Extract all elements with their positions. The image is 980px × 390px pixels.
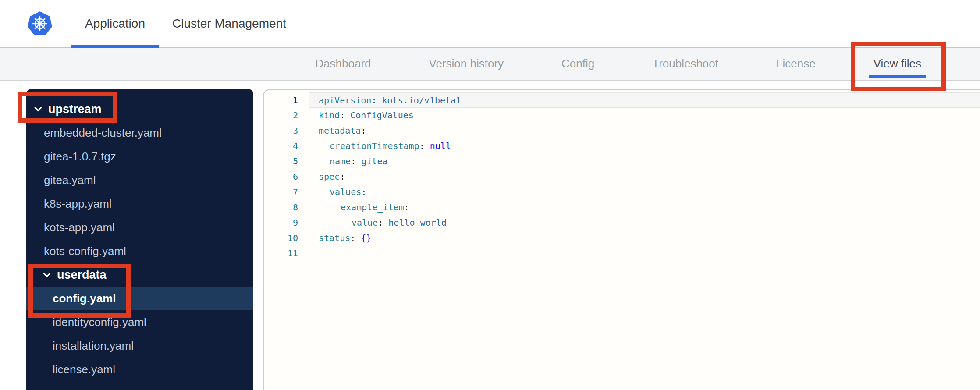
line-number: 10 xyxy=(264,230,309,246)
top-navbar: ApplicationCluster Management xyxy=(0,0,980,48)
tree-item-embedded-cluster-yaml[interactable]: embedded-cluster.yaml xyxy=(26,121,253,145)
tree-item-k8s-app-yaml[interactable]: k8s-app.yaml xyxy=(26,192,253,216)
line-content: status: {} xyxy=(309,230,980,246)
token-punct: : xyxy=(378,217,388,228)
file-tree-sidebar: upstreamembedded-cluster.yamlgitea-1.0.7… xyxy=(26,89,253,390)
code-line[interactable]: 11 xyxy=(264,246,980,261)
yaml-editor-panel[interactable]: 1apiVersion: kots.io/v1beta12kind: Confi… xyxy=(263,89,980,390)
tree-item-kots-app-yaml[interactable]: kots-app.yaml xyxy=(26,216,253,239)
token-val: ConfigValues xyxy=(350,110,414,121)
token-key: status xyxy=(319,233,350,243)
tree-item-installation-yaml[interactable]: installation.yaml xyxy=(26,334,253,358)
file-label: kots-config.yaml xyxy=(44,245,126,258)
token-key: example_item xyxy=(341,202,404,213)
chevron-down-icon xyxy=(42,270,52,280)
line-number: 3 xyxy=(264,123,309,138)
token-punct: : xyxy=(419,141,430,151)
top-tab-cluster-management[interactable]: Cluster Management xyxy=(159,0,300,47)
code-line[interactable]: 1apiVersion: kots.io/v1beta1 xyxy=(264,92,980,108)
kubernetes-logo-icon xyxy=(27,11,53,36)
line-content: example_item: xyxy=(309,200,980,215)
token-key: value xyxy=(352,217,378,228)
tree-item-gitea-yaml[interactable]: gitea.yaml xyxy=(26,168,253,192)
tree-item-kots-config-yaml[interactable]: kots-config.yaml xyxy=(26,239,253,263)
token-punct: : xyxy=(371,95,382,106)
token-kw: null xyxy=(430,141,451,151)
code-line[interactable]: 4creationTimestamp: null xyxy=(264,138,980,154)
token-punct: : xyxy=(404,202,409,213)
indent-guide xyxy=(330,200,341,215)
file-label: installation.yaml xyxy=(53,339,134,353)
indent-guide xyxy=(319,215,330,230)
code-line[interactable]: 9value: hello world xyxy=(264,215,980,230)
indent-guide xyxy=(319,200,330,215)
line-content: apiVersion: kots.io/v1beta1 xyxy=(309,92,980,108)
line-number: 7 xyxy=(264,184,309,200)
indent-guide xyxy=(319,154,330,169)
top-tab-application[interactable]: Application xyxy=(71,0,159,47)
tree-item-config-yaml[interactable]: config.yaml xyxy=(26,287,253,310)
folder-label: userdata xyxy=(57,268,107,282)
line-content: metadata: xyxy=(309,123,980,138)
line-number: 11 xyxy=(264,246,309,261)
tree-item-license-yaml[interactable]: license.yaml xyxy=(26,358,253,381)
token-key: name xyxy=(330,156,351,167)
tab-dashboard[interactable]: Dashboard xyxy=(286,48,400,80)
file-label: k8s-app.yaml xyxy=(44,197,112,211)
indent-guide xyxy=(319,184,330,200)
tree-item-identityconfig-yaml[interactable]: identityconfig.yaml xyxy=(26,310,253,334)
indent-guide xyxy=(319,138,330,154)
app-subnav: DashboardVersion historyConfigTroublesho… xyxy=(0,48,980,81)
line-number: 6 xyxy=(264,169,309,184)
line-number: 5 xyxy=(264,154,309,169)
tree-item-upstream[interactable]: upstream xyxy=(26,97,253,121)
file-label: gitea.yaml xyxy=(44,174,96,187)
code-line[interactable]: 6spec: xyxy=(264,169,980,184)
token-key: values xyxy=(330,187,361,197)
line-number: 8 xyxy=(264,200,309,215)
tree-item-userdata[interactable]: userdata xyxy=(26,263,253,287)
file-label: gitea-1.0.7.tgz xyxy=(44,150,116,163)
token-punct: : xyxy=(340,171,345,182)
token-punct: : xyxy=(340,110,350,121)
token-val: hello world xyxy=(388,217,446,228)
tree-item-gitea-1-0-7-tgz[interactable]: gitea-1.0.7.tgz xyxy=(26,145,253,168)
tab-version-history[interactable]: Version history xyxy=(400,48,533,80)
indent-guide xyxy=(330,215,341,230)
token-punct: : xyxy=(361,125,366,136)
code-line[interactable]: 5name: gitea xyxy=(264,154,980,169)
line-number: 4 xyxy=(264,138,309,154)
token-key: metadata xyxy=(319,125,361,136)
token-punct: : xyxy=(351,156,361,167)
top-tabs: ApplicationCluster Management xyxy=(71,0,300,47)
code-line[interactable]: 7values: xyxy=(264,184,980,200)
code-line[interactable]: 10status: {} xyxy=(264,230,980,246)
file-label: license.yaml xyxy=(53,363,115,376)
token-key: kind xyxy=(319,110,340,121)
indent-guide xyxy=(341,215,352,230)
token-punct: : xyxy=(350,233,361,243)
token-key: creationTimestamp xyxy=(330,141,419,151)
code-line[interactable]: 8example_item: xyxy=(264,200,980,215)
tab-license[interactable]: License xyxy=(747,48,845,80)
line-content: kind: ConfigValues xyxy=(309,108,980,123)
tab-config[interactable]: Config xyxy=(533,48,623,80)
line-content: values: xyxy=(309,184,980,200)
line-content: value: hello world xyxy=(309,215,980,230)
line-content: creationTimestamp: null xyxy=(309,138,980,154)
tab-troubleshoot[interactable]: Troubleshoot xyxy=(623,48,747,80)
line-content: name: gitea xyxy=(309,154,980,169)
token-kw: {} xyxy=(361,233,371,243)
file-label: config.yaml xyxy=(53,292,116,305)
token-val: gitea xyxy=(361,156,387,167)
line-content xyxy=(309,246,980,261)
code-line[interactable]: 3metadata: xyxy=(264,123,980,138)
kots-admin-console: ApplicationCluster Management DashboardV… xyxy=(0,0,980,390)
tab-view-files[interactable]: View files xyxy=(845,48,950,80)
code-line[interactable]: 2kind: ConfigValues xyxy=(264,108,980,123)
token-val: kots.io/v1beta1 xyxy=(382,95,462,106)
file-label: identityconfig.yaml xyxy=(53,316,146,329)
line-content: spec: xyxy=(309,169,980,184)
chevron-down-icon xyxy=(33,104,43,114)
line-number: 9 xyxy=(264,215,309,230)
